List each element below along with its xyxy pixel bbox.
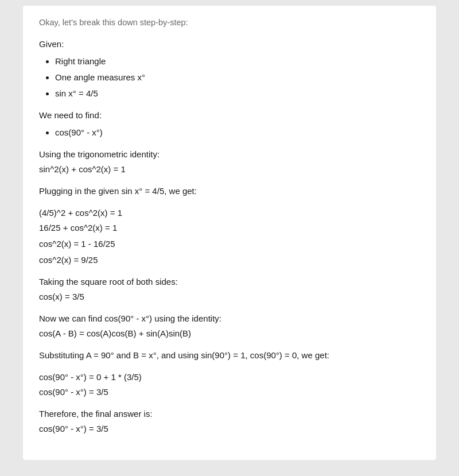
sqrt-heading: Taking the square root of both sides: (39, 275, 420, 289)
sqrt-line: cos(x) = 3/5 (39, 290, 420, 304)
find-line: cos(A - B) = cos(A)cos(B) + sin(A)sin(B) (39, 327, 420, 340)
sqrt-group: Taking the square root of both sides: co… (39, 275, 420, 304)
content-card: Okay, let's break this down step-by-step… (23, 6, 436, 460)
final-line: cos(90° - x°) = 3/5 (39, 422, 420, 436)
identity-eq: sin^2(x) + cos^2(x) = 1 (39, 162, 420, 176)
need-item: cos(90° - x°) (55, 126, 420, 140)
sub-lines-group: cos(90° - x°) = 0 + 1 * (3/5)cos(90° - x… (39, 370, 420, 399)
plug-line: 16/25 + cos^2(x) = 1 (39, 221, 420, 235)
identity-heading: Using the trigonometric identity: (39, 148, 420, 161)
plug-heading: Plugging in the given sin x° = 4/5, we g… (39, 184, 420, 198)
given-item: Right triangle (55, 55, 420, 68)
sub-line: cos(90° - x°) = 3/5 (39, 385, 420, 399)
identity-group: Using the trigonometric identity: sin^2(… (39, 148, 420, 176)
need-label: We need to find: (39, 109, 420, 122)
given-list: Right triangleOne angle measures x°sin x… (39, 55, 420, 100)
given-item: sin x° = 4/5 (55, 87, 420, 100)
sub-group: Substituting A = 90° and B = x°, and usi… (39, 349, 420, 362)
plug-line: (4/5)^2 + cos^2(x) = 1 (39, 206, 420, 220)
plug-group: Plugging in the given sin x° = 4/5, we g… (39, 184, 420, 198)
plug-line: cos^2(x) = 1 - 16/25 (39, 237, 420, 251)
plug-lines-group: (4/5)^2 + cos^2(x) = 116/25 + cos^2(x) =… (39, 206, 420, 267)
given-item: One angle measures x° (55, 71, 420, 84)
find-group: Now we can find cos(90° - x°) using the … (39, 312, 420, 340)
given-label: Given: (39, 37, 420, 51)
intro-text: Okay, let's break this down step-by-step… (39, 16, 420, 29)
sub-heading: Substituting A = 90° and B = x°, and usi… (39, 349, 420, 362)
need-list: cos(90° - x°) (39, 126, 420, 140)
final-group: Therefore, the final answer is: cos(90° … (39, 407, 420, 436)
find-heading: Now we can find cos(90° - x°) using the … (39, 312, 420, 326)
plug-line: cos^2(x) = 9/25 (39, 253, 420, 267)
final-heading: Therefore, the final answer is: (39, 407, 420, 421)
sub-line: cos(90° - x°) = 0 + 1 * (3/5) (39, 370, 420, 384)
